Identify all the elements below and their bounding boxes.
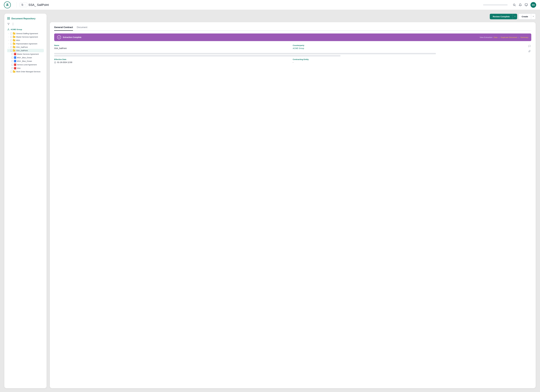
effective-date-label: Effective Date	[54, 58, 293, 60]
tree-item-label: SSA_SailPoint	[16, 46, 43, 48]
attach-btn[interactable]	[528, 50, 531, 53]
item-checkbox[interactable]	[10, 71, 12, 73]
tree-item-msa[interactable]: › MSA	[7, 39, 44, 42]
tree-subitem-sla[interactable]: Service Level Agreement	[11, 63, 44, 66]
item-checkbox[interactable]	[11, 53, 13, 55]
svg-rect-8	[7, 17, 8, 18]
name-label: Name	[54, 44, 293, 46]
calendar-icon	[54, 61, 56, 63]
svg-point-3	[513, 4, 515, 5]
tree-item-general-staffing[interactable]: › General Staffing Agreement	[7, 32, 44, 35]
duplicate-document-link[interactable]: Duplicate Document	[501, 36, 517, 38]
tree-item-label: SSA_SailPoint	[16, 50, 43, 52]
logo[interactable]	[4, 1, 11, 8]
file-icon-red	[14, 67, 16, 69]
tree-item-label: Master Services Agreement	[17, 53, 43, 55]
svg-line-17	[8, 29, 8, 30]
item-checkbox[interactable]	[11, 67, 13, 69]
svg-point-15	[9, 30, 9, 30]
tree-subitem-msa-blue2[interactable]: MSA _Blue_Ocean	[11, 59, 44, 63]
file-icon-blue	[14, 56, 16, 59]
svg-rect-5	[525, 4, 527, 5]
tree-item-work-order[interactable]: › Work Order Managed Services	[7, 70, 44, 73]
folder-icon	[13, 46, 15, 48]
tree-section-acme: ACME Group	[7, 28, 44, 30]
svg-rect-11	[9, 19, 10, 20]
tree-item-master-services[interactable]: › Master Services Agreement	[7, 35, 44, 39]
main-area: Document Repository	[0, 10, 540, 392]
svg-line-18	[8, 29, 9, 30]
chevron-down-icon: ⌄	[8, 50, 10, 52]
tree-item-ssa-sailpoint-2[interactable]: ⌄ SSA_SailPoint	[7, 49, 44, 52]
tree-item-label: SSA	[17, 67, 43, 69]
field-actions	[528, 44, 531, 53]
comment-btn[interactable]	[528, 44, 531, 48]
action-bar: Review Complete Create	[50, 14, 536, 20]
file-icon-red	[14, 53, 16, 55]
notification-icon[interactable]	[519, 3, 522, 7]
tree-item-ssa-sailpoint-1[interactable]: › SSA_SailPoint	[7, 45, 44, 49]
svg-point-13	[8, 29, 9, 29]
filter-btn[interactable]	[7, 23, 10, 26]
summary-link[interactable]: Summary	[520, 36, 528, 38]
tree-item-label: MSA	[16, 39, 43, 41]
create-button[interactable]: Create	[519, 14, 531, 20]
avatar[interactable]: SG	[530, 2, 536, 8]
file-icon-blue	[14, 60, 16, 62]
item-checkbox[interactable]	[10, 36, 12, 38]
item-checkbox[interactable]	[10, 43, 12, 45]
extraction-banner: Extraction Complete View Extraction: Dat…	[54, 34, 531, 41]
chevron-right-icon: ›	[8, 40, 10, 41]
counterparty-label: Counterparty	[293, 44, 531, 46]
tree-subitem-msa[interactable]: Master Services Agreement	[11, 52, 44, 56]
sidebar-toolbar	[7, 23, 44, 26]
section-label-text: ACME Group	[11, 28, 22, 30]
review-complete-dropdown-btn[interactable]	[513, 14, 517, 19]
skeleton-row	[54, 53, 436, 54]
breadcrumb-area: SSA_ SailPoint	[20, 3, 249, 7]
tab-document[interactable]: Document	[77, 26, 87, 31]
search-icon[interactable]	[513, 3, 516, 7]
tree-sub-items: Master Services Agreement MSA _Blue_Ocea…	[7, 52, 44, 70]
contracting-entity-value: -	[293, 61, 531, 63]
create-btn-group: Create	[519, 14, 536, 20]
tree-subitem-ssa[interactable]: SSA	[11, 66, 44, 70]
sort-btn[interactable]	[12, 23, 15, 26]
tree-item-representation[interactable]: › Representation Agreement	[7, 42, 44, 45]
counterparty-value[interactable]: ACME Group	[293, 47, 531, 50]
document-breadcrumb-btn[interactable]	[20, 3, 27, 7]
svg-point-14	[8, 30, 8, 30]
extraction-data-link[interactable]: Data	[494, 36, 498, 38]
top-navigation: SSA_ SailPoint SG	[0, 0, 540, 10]
tree-subitem-msa-blue1[interactable]: MSA _Blue_Ocean	[11, 56, 44, 59]
review-complete-btn-group: Review Complete	[490, 14, 517, 19]
item-checkbox[interactable]	[10, 40, 12, 41]
folder-icon	[13, 33, 15, 35]
item-checkbox[interactable]	[11, 64, 13, 66]
svg-rect-19	[55, 62, 56, 63]
effective-date-field: Effective Date 01-19-2024 12:00	[54, 58, 293, 66]
folder-icon	[13, 40, 15, 41]
item-checkbox[interactable]	[11, 60, 13, 62]
svg-rect-1	[22, 4, 23, 5]
chevron-right-icon: ›	[8, 46, 10, 48]
counterparty-field: Counterparty ACME Group	[293, 44, 531, 52]
tree-item-label: Work Order Managed Services	[16, 71, 43, 73]
svg-rect-9	[9, 17, 10, 18]
item-checkbox[interactable]	[10, 50, 12, 51]
chevron-right-icon: ›	[8, 71, 10, 73]
skeleton-rows	[54, 52, 531, 57]
svg-line-4	[515, 5, 515, 6]
create-dropdown-btn[interactable]	[531, 14, 536, 20]
tree-item-label: Service Level Agreement	[17, 64, 43, 66]
tab-general-contract[interactable]: General Contract	[54, 26, 73, 31]
folder-icon	[13, 43, 15, 45]
monitor-icon[interactable]	[525, 3, 528, 7]
item-checkbox[interactable]	[10, 33, 12, 35]
contracting-entity-label: Contracting Entity	[293, 58, 531, 60]
tabs: General Contract Document	[54, 26, 531, 31]
review-complete-button[interactable]: Review Complete	[490, 14, 513, 19]
item-checkbox[interactable]	[11, 57, 13, 59]
item-checkbox[interactable]	[10, 46, 12, 48]
folder-icon	[13, 36, 15, 38]
